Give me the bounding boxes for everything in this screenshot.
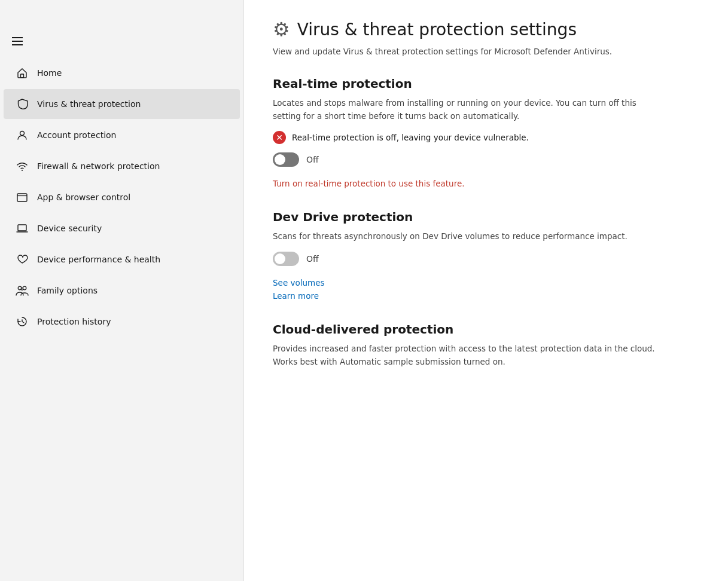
sidebar-item-device-security[interactable]: Device security bbox=[4, 213, 240, 243]
sidebar-item-label: Virus & threat protection bbox=[37, 99, 141, 109]
sidebar-item-label: Device performance & health bbox=[37, 255, 160, 264]
page-title: Virus & threat protection settings bbox=[297, 20, 577, 39]
realtime-toggle-row[interactable]: Off bbox=[273, 152, 699, 167]
cloud-protection-section: Cloud-delivered protection Provides incr… bbox=[273, 322, 699, 368]
svg-point-9 bbox=[21, 288, 23, 290]
family-icon bbox=[16, 284, 29, 297]
sidebar-item-label: Home bbox=[37, 68, 62, 78]
sidebar-item-firewall[interactable]: Firewall & network protection bbox=[4, 151, 240, 181]
sidebar-item-label: Family options bbox=[37, 286, 98, 295]
shield-icon bbox=[16, 97, 29, 111]
svg-point-1 bbox=[20, 132, 25, 136]
sidebar-item-label: App & browser control bbox=[37, 192, 130, 202]
page-header: ⚙ Virus & threat protection settings bbox=[273, 18, 699, 41]
devdrive-toggle-label: Off bbox=[306, 254, 319, 264]
see-volumes-link[interactable]: See volumes bbox=[273, 278, 699, 288]
sidebar-item-label: Device security bbox=[37, 224, 102, 233]
home-icon bbox=[16, 66, 29, 79]
realtime-toggle-label: Off bbox=[306, 155, 319, 164]
realtime-title: Real-time protection bbox=[273, 77, 699, 91]
sidebar-item-account[interactable]: Account protection bbox=[4, 120, 240, 150]
wifi-icon bbox=[16, 160, 29, 173]
realtime-turn-on-link[interactable]: Turn on real-time protection to use this… bbox=[273, 179, 699, 188]
learn-more-link[interactable]: Learn more bbox=[273, 291, 699, 301]
realtime-warning-text: Real-time protection is off, leaving you… bbox=[292, 133, 529, 142]
devdrive-toggle[interactable] bbox=[273, 252, 299, 266]
person-icon bbox=[16, 129, 29, 142]
settings-gear-icon: ⚙ bbox=[273, 18, 290, 41]
sidebar-item-virus-threat[interactable]: Virus & threat protection bbox=[4, 89, 240, 119]
svg-point-2 bbox=[22, 170, 23, 171]
page-subtitle: View and update Virus & threat protectio… bbox=[273, 45, 656, 57]
realtime-warning-row: ✕ Real-time protection is off, leaving y… bbox=[273, 131, 699, 144]
devdrive-description: Scans for threats asynchronously on Dev … bbox=[273, 230, 656, 243]
history-icon bbox=[16, 315, 29, 328]
back-button[interactable] bbox=[0, 6, 24, 30]
sidebar-item-device-performance[interactable]: Device performance & health bbox=[4, 244, 240, 274]
browser-icon bbox=[16, 191, 29, 204]
realtime-description: Locates and stops malware from installin… bbox=[273, 97, 656, 123]
laptop-icon bbox=[16, 222, 29, 235]
devdrive-toggle-knob bbox=[275, 253, 285, 264]
sidebar: Home Virus & threat protection Account p… bbox=[0, 0, 244, 581]
realtime-toggle[interactable] bbox=[273, 152, 299, 167]
main-content: ⚙ Virus & threat protection settings Vie… bbox=[244, 0, 728, 581]
warning-icon: ✕ bbox=[273, 131, 286, 144]
realtime-protection-section: Real-time protection Locates and stops m… bbox=[273, 77, 699, 188]
cloud-description: Provides increased and faster protection… bbox=[273, 343, 656, 368]
hamburger-menu-icon[interactable] bbox=[0, 30, 243, 53]
svg-rect-5 bbox=[18, 225, 26, 231]
realtime-toggle-knob bbox=[275, 154, 285, 165]
heart-icon bbox=[16, 253, 29, 266]
sidebar-item-label: Account protection bbox=[37, 130, 117, 140]
svg-rect-3 bbox=[17, 194, 27, 201]
sidebar-item-label: Firewall & network protection bbox=[37, 161, 160, 171]
svg-rect-0 bbox=[21, 74, 24, 78]
sidebar-item-history[interactable]: Protection history bbox=[4, 307, 240, 337]
devdrive-toggle-row[interactable]: Off bbox=[273, 252, 699, 266]
devdrive-title: Dev Drive protection bbox=[273, 210, 699, 224]
sidebar-item-app-browser[interactable]: App & browser control bbox=[4, 182, 240, 212]
sidebar-item-family[interactable]: Family options bbox=[4, 276, 240, 305]
sidebar-item-home[interactable]: Home bbox=[4, 58, 240, 88]
cloud-title: Cloud-delivered protection bbox=[273, 322, 699, 337]
devdrive-protection-section: Dev Drive protection Scans for threats a… bbox=[273, 210, 699, 301]
sidebar-item-label: Protection history bbox=[37, 317, 111, 326]
